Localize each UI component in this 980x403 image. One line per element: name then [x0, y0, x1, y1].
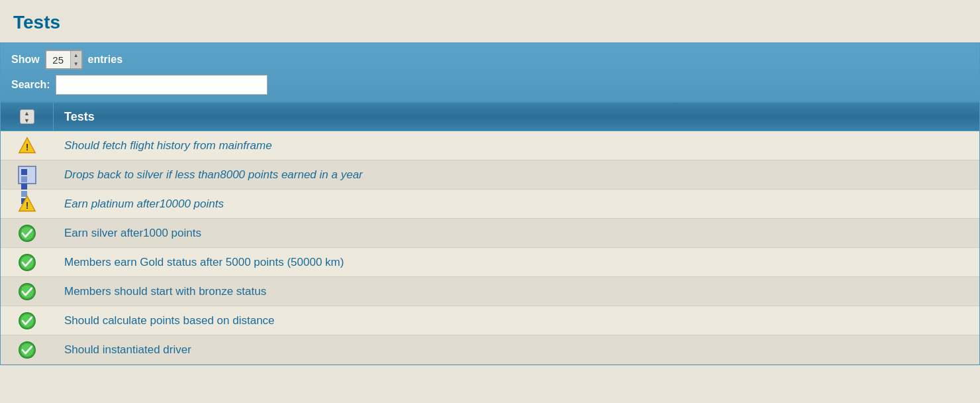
row-text: Earn platinum after10000 points [54, 192, 979, 216]
row-icon-pass [1, 278, 54, 305]
table-row: Members should start with bronze status [1, 277, 979, 306]
table-body: ! Should fetch flight history from mainf… [1, 131, 979, 365]
svg-text:!: ! [26, 142, 29, 152]
search-input[interactable] [56, 75, 268, 95]
table-row: ! Earn platinum after10000 points [1, 190, 979, 219]
row-icon-warning: ! [1, 191, 54, 217]
show-label: Show [11, 54, 40, 66]
spinner-up-button[interactable]: ▲ [71, 51, 81, 60]
sort-column-header[interactable]: ▲ ▼ [1, 103, 54, 131]
row-icon-grid [1, 162, 54, 188]
table-row: Drops back to silver if less than8000 po… [1, 160, 979, 190]
svg-text:!: ! [26, 200, 29, 211]
table-row: Should calculate points based on distanc… [1, 306, 979, 335]
entries-spinbox[interactable]: ▲ ▼ [45, 50, 83, 70]
table-header: ▲ ▼ Tests [1, 101, 979, 131]
row-icon-pass [1, 308, 54, 334]
search-label: Search: [11, 79, 50, 91]
row-icon-warning: ! [1, 133, 54, 159]
sort-icon: ▲ ▼ [20, 109, 34, 124]
row-text: Should instantiated driver [54, 338, 979, 362]
spinner-buttons: ▲ ▼ [70, 51, 81, 68]
row-text: Members earn Gold status after 5000 poin… [54, 251, 979, 274]
row-icon-pass [1, 249, 54, 276]
entries-input[interactable] [46, 54, 70, 66]
page-title: Tests [0, 0, 980, 42]
row-text: Drops back to silver if less than8000 po… [54, 163, 979, 187]
row-text: Members should start with bronze status [54, 280, 979, 304]
table-row: Members earn Gold status after 5000 poin… [1, 248, 979, 277]
tests-column-header: Tests [54, 103, 979, 131]
spinner-down-button[interactable]: ▼ [71, 60, 81, 68]
table-row: Earn silver after1000 points [1, 219, 979, 248]
row-icon-pass [1, 337, 54, 363]
entries-label: entries [88, 54, 122, 66]
table-row: ! Should fetch flight history from mainf… [1, 131, 979, 160]
table-row: Should instantiated driver [1, 335, 979, 365]
row-text: Should calculate points based on distanc… [54, 309, 979, 333]
table-container: Show ▲ ▼ entries Search: ▲ ▼ Tests [0, 42, 980, 365]
row-text: Earn silver after1000 points [54, 221, 979, 245]
row-text: Should fetch flight history from mainfra… [54, 134, 979, 158]
row-icon-pass [1, 220, 54, 247]
